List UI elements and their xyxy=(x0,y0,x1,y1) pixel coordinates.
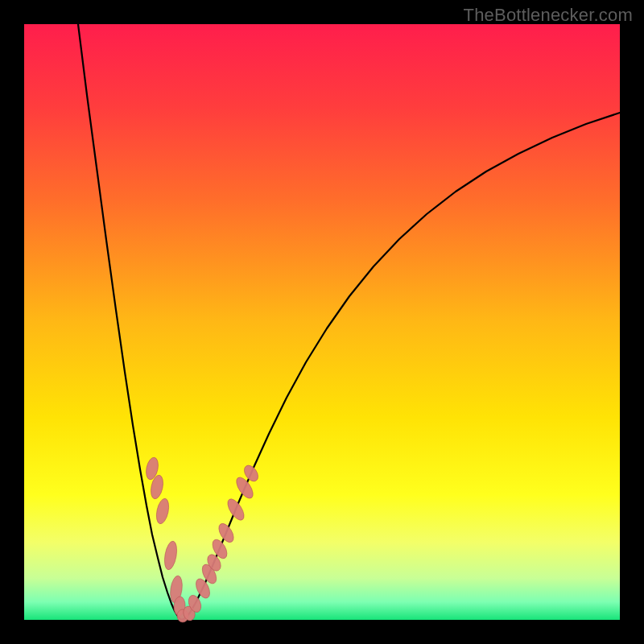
chart-svg xyxy=(24,24,620,620)
data-marker xyxy=(155,497,171,525)
curve-left_curve xyxy=(78,24,182,620)
plot-area xyxy=(24,24,620,620)
chart-frame: TheBottlenecker.com xyxy=(0,0,644,644)
watermark-text: TheBottlenecker.com xyxy=(464,5,633,26)
data-marker xyxy=(225,497,247,523)
curve-right_curve xyxy=(182,113,620,620)
data-marker xyxy=(163,540,179,571)
